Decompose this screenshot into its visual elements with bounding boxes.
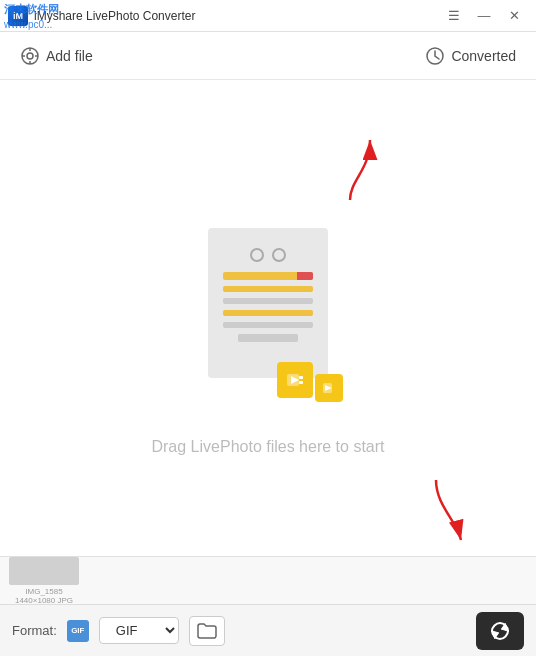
video-icon-small bbox=[315, 374, 343, 402]
doc-circle-left bbox=[250, 248, 264, 262]
format-dropdown[interactable]: GIF MP4 MOV bbox=[99, 617, 179, 644]
title-bar: iM iMyshare LivePhoto Converter ☰ — ✕ bbox=[0, 0, 536, 32]
add-file-button[interactable]: Add file bbox=[12, 40, 101, 72]
menu-button[interactable]: ☰ bbox=[440, 4, 468, 28]
illustration bbox=[203, 228, 333, 388]
svg-rect-10 bbox=[299, 381, 303, 384]
footer-bar: Format: GIF GIF MP4 MOV bbox=[0, 604, 536, 656]
thumbnail-item: IMG_1585 1440×1080 JPG bbox=[4, 556, 84, 604]
convert-button[interactable] bbox=[476, 612, 524, 650]
add-file-label: Add file bbox=[46, 48, 93, 64]
main-content: Drag LivePhoto files here to start bbox=[0, 80, 536, 604]
minimize-button[interactable]: — bbox=[470, 4, 498, 28]
converted-label: Converted bbox=[451, 48, 516, 64]
video-icons bbox=[277, 362, 343, 398]
title-bar-left: iM iMyshare LivePhoto Converter bbox=[8, 6, 195, 26]
format-label: Format: bbox=[12, 623, 57, 638]
settings-icon bbox=[20, 46, 40, 66]
doc-line-4 bbox=[223, 310, 313, 316]
doc-circle-right bbox=[272, 248, 286, 262]
thumbnail-meta: 1440×1080 JPG bbox=[15, 596, 73, 605]
bottom-strip: IMG_1585 1440×1080 JPG bbox=[0, 556, 536, 604]
thumbnail-preview bbox=[9, 557, 79, 585]
video-icon-large bbox=[277, 362, 313, 398]
doc-container bbox=[203, 228, 333, 388]
toolbar: Add file Converted bbox=[0, 32, 536, 80]
converted-button[interactable]: Converted bbox=[417, 40, 524, 72]
doc-line-3 bbox=[223, 298, 313, 304]
clock-icon bbox=[425, 46, 445, 66]
doc-line-5 bbox=[223, 322, 313, 328]
arrow-convert-btn bbox=[406, 470, 486, 550]
doc-background bbox=[208, 228, 328, 378]
title-bar-controls: ☰ — ✕ bbox=[440, 4, 528, 28]
svg-point-1 bbox=[27, 53, 33, 59]
doc-line-6 bbox=[238, 334, 298, 342]
format-icon: GIF bbox=[67, 620, 89, 642]
folder-button[interactable] bbox=[189, 616, 225, 646]
thumbnail-name: IMG_1585 bbox=[25, 587, 62, 596]
close-button[interactable]: ✕ bbox=[500, 4, 528, 28]
drag-text: Drag LivePhoto files here to start bbox=[151, 438, 384, 456]
svg-rect-9 bbox=[299, 376, 303, 379]
doc-line-1 bbox=[223, 272, 313, 280]
doc-circles bbox=[250, 248, 286, 262]
arrow-converted bbox=[310, 130, 390, 210]
app-title: iMyshare LivePhoto Converter bbox=[34, 9, 195, 23]
app-icon: iM bbox=[8, 6, 28, 26]
doc-line-2 bbox=[223, 286, 313, 292]
